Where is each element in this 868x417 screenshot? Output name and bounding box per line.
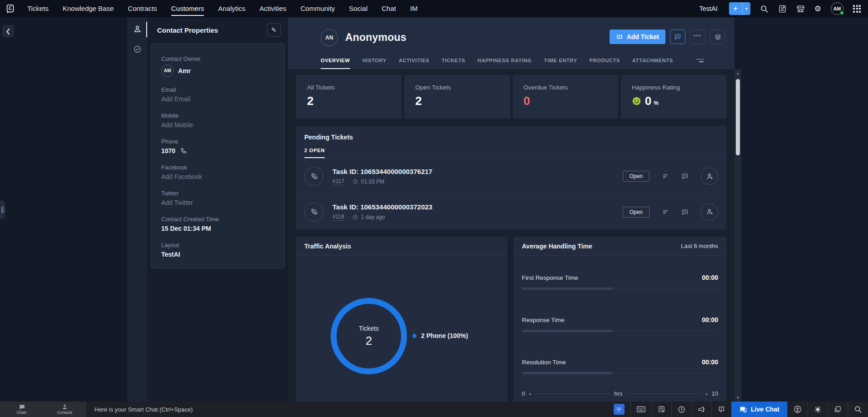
person-add-icon xyxy=(706,173,714,180)
nav-item-tickets[interactable]: Tickets xyxy=(27,0,49,17)
nav-item-chat[interactable]: Chat xyxy=(382,0,396,17)
tab-history[interactable]: HISTORY xyxy=(362,52,387,69)
layout-switch-button[interactable] xyxy=(710,30,725,44)
portal-name: TestAI xyxy=(699,5,717,12)
nav-item-activities[interactable]: Activities xyxy=(259,0,286,17)
brightness-icon[interactable] xyxy=(808,402,828,417)
scroll-up-arrow[interactable]: ▲ xyxy=(734,70,741,76)
nav-item-community[interactable]: Community xyxy=(301,0,335,17)
field-label: Layout xyxy=(161,242,274,248)
accessibility-icon[interactable] xyxy=(787,402,808,417)
ticket-number[interactable]: #116 xyxy=(332,213,344,221)
tab-activities[interactable]: ACTIVITIES xyxy=(399,52,430,69)
add-ticket-button[interactable]: Add Ticket xyxy=(610,30,665,44)
nav-item-analytics[interactable]: Analytics xyxy=(218,0,245,17)
nav-item-contracts[interactable]: Contracts xyxy=(128,0,157,17)
phone-number[interactable]: 1070 xyxy=(161,147,175,154)
stat-label: All Tickets xyxy=(307,84,391,91)
left-column: ❮ xyxy=(0,17,127,402)
rail-checklist-icon[interactable] xyxy=(127,45,147,54)
open-filter-tab[interactable]: 2 OPEN xyxy=(304,148,325,158)
happiness-suffix: % xyxy=(654,100,659,108)
tab-attachments[interactable]: ATTACHMENTS xyxy=(632,52,673,69)
stat-happiness-rating[interactable]: Happiness Rating 0 % xyxy=(621,75,726,119)
add-email-link[interactable]: Add Email xyxy=(161,95,274,103)
keyboard-shortcuts-icon[interactable] xyxy=(630,402,651,417)
comments-button[interactable] xyxy=(670,30,685,44)
field-created-time: Contact Created Time 15 Dec 01:34 PM xyxy=(161,216,274,232)
stat-overdue-tickets[interactable]: Overdue Tickets 0 xyxy=(513,75,618,119)
ellipsis-icon: ••• xyxy=(694,35,702,38)
app-logo-icon[interactable] xyxy=(0,4,21,14)
collapse-back-button[interactable]: ❮ xyxy=(3,25,14,37)
more-actions-button[interactable]: ••• xyxy=(690,30,705,44)
recent-history-icon[interactable] xyxy=(671,402,691,417)
ticket-summary-icon[interactable] xyxy=(662,173,669,180)
handling-body: First Response Time 00:00 Response Time … xyxy=(514,274,726,397)
tab-overview[interactable]: OVERVIEW xyxy=(321,52,350,69)
im-dialpad-icon[interactable] xyxy=(608,402,630,417)
axis-unit: hrs xyxy=(614,390,622,397)
ticket-summary-icon[interactable] xyxy=(662,208,669,216)
user-avatar[interactable]: AM xyxy=(831,2,843,15)
tab-time-entry[interactable]: TIME ENTRY xyxy=(544,52,577,69)
app-root: Tickets Knowledge Base Contracts Custome… xyxy=(0,0,868,417)
feedback-icon[interactable] xyxy=(711,402,731,417)
apps-grid-icon[interactable] xyxy=(853,5,861,13)
bottom-right-tools: Live Chat xyxy=(608,402,868,417)
stat-label: Happiness Rating xyxy=(632,84,715,91)
live-chat-label: Live Chat xyxy=(751,406,779,413)
quick-add-button[interactable]: + ▾ xyxy=(729,2,750,15)
nav-item-im[interactable]: IM xyxy=(410,0,418,17)
marketplace-icon[interactable] xyxy=(796,5,805,13)
scroll-down-arrow[interactable]: ▼ xyxy=(734,394,741,401)
add-mobile-link[interactable]: Add Mobile xyxy=(161,121,274,129)
dock-tab-contacts[interactable]: Contacts xyxy=(43,402,86,417)
add-twitter-link[interactable]: Add Twitter xyxy=(161,199,274,206)
caret-down-icon[interactable]: ▾ xyxy=(743,2,750,15)
pending-tasks-icon[interactable] xyxy=(651,402,671,417)
legend-dot-phone xyxy=(412,334,417,338)
dock-tab-chats[interactable]: Chats xyxy=(0,402,43,417)
whats-new-icon[interactable] xyxy=(778,5,787,13)
search-icon[interactable] xyxy=(760,5,769,13)
gear-icon[interactable]: ⚙ xyxy=(814,5,821,13)
vertical-scrollbar[interactable]: ▲ ▼ xyxy=(734,69,741,402)
owner-name[interactable]: Amr xyxy=(178,67,191,74)
nav-item-social[interactable]: Social xyxy=(349,0,367,17)
tab-tickets[interactable]: TICKETS xyxy=(441,52,465,69)
tab-products[interactable]: PRODUCTS xyxy=(590,52,620,69)
main-panel: AN Anonymous Add Ticket xyxy=(288,17,734,402)
stat-open-tickets[interactable]: Open Tickets 2 xyxy=(404,75,510,119)
assign-agent-button[interactable] xyxy=(701,204,718,221)
add-facebook-link[interactable]: Add Facebook xyxy=(161,173,274,180)
ticket-title[interactable]: Task ID: 1065344000000376217 xyxy=(332,168,432,175)
tab-happiness-rating[interactable]: HAPPINESS RATING xyxy=(477,52,531,69)
scrollbar-thumb[interactable] xyxy=(736,79,740,155)
contact-tabs: OVERVIEW HISTORY ACTIVITIES TICKETS HAPP… xyxy=(321,52,716,69)
ticket-comment-icon[interactable] xyxy=(681,208,689,216)
assign-agent-button[interactable] xyxy=(701,168,718,185)
panel-drag-handle[interactable] xyxy=(0,201,5,219)
nav-item-knowledge-base[interactable]: Knowledge Base xyxy=(63,0,114,17)
live-chat-button[interactable]: Live Chat xyxy=(731,402,787,417)
smart-chat-bar[interactable]: Here is your Smart Chat (Ctrl+Space) xyxy=(94,402,193,417)
workspace: ❮ Contact Properties ✎ xyxy=(0,17,868,402)
call-phone-icon[interactable] xyxy=(180,148,187,154)
nav-right-actions: TestAI + ▾ ⚙ AM xyxy=(699,2,868,15)
announcements-icon[interactable] xyxy=(691,402,711,417)
rail-contact-icon[interactable] xyxy=(127,25,147,33)
nav-item-customers[interactable]: Customers xyxy=(171,0,204,17)
edit-properties-button[interactable]: ✎ xyxy=(267,23,281,37)
ticket-comment-icon[interactable] xyxy=(681,173,689,180)
contact-properties-panel: Contact Properties ✎ Contact Owner AM Am… xyxy=(147,17,288,402)
pencil-icon: ✎ xyxy=(271,27,277,33)
collections-icon[interactable] xyxy=(828,402,848,417)
bottom-search-icon[interactable] xyxy=(848,402,868,417)
plus-icon[interactable]: + xyxy=(729,2,743,15)
ticket-number[interactable]: #117 xyxy=(332,178,344,185)
status-badge: Open xyxy=(623,171,650,182)
more-tabs-icon[interactable] xyxy=(696,59,716,62)
stat-all-tickets[interactable]: All Tickets 2 xyxy=(296,75,402,119)
ticket-title[interactable]: Task ID: 1065344000000372023 xyxy=(332,203,432,211)
